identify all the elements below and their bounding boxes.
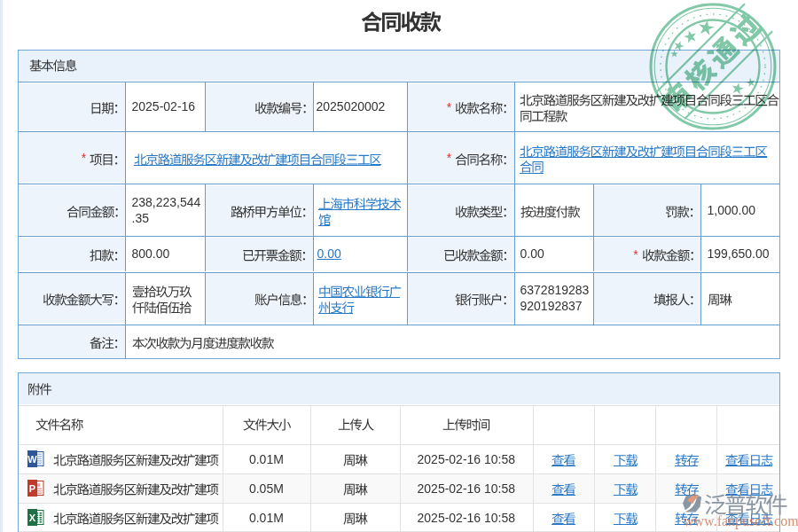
svg-text:X: X bbox=[29, 512, 36, 523]
svg-text:P: P bbox=[29, 483, 35, 494]
svg-text:W: W bbox=[27, 454, 37, 465]
